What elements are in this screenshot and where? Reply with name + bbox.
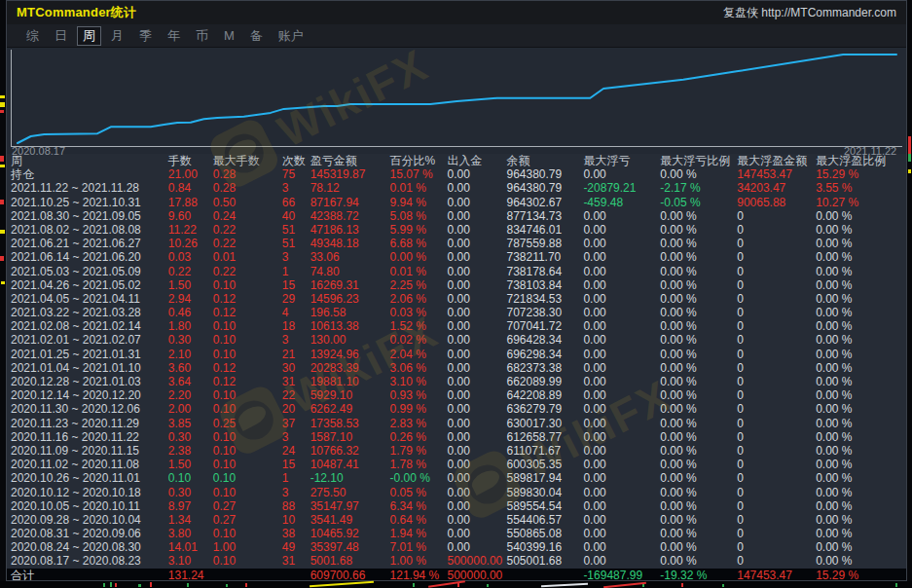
menu-item-备[interactable]: 备 — [244, 26, 269, 46]
table-row[interactable]: 2021.01.04 ~ 2021.01.103.600.123020283.3… — [7, 361, 906, 375]
menu-item-日[interactable]: 日 — [49, 26, 73, 46]
table-row[interactable]: 2020.10.26 ~ 2020.11.010.100.101-12.10-0… — [7, 471, 906, 485]
table-row[interactable]: 2021.01.25 ~ 2021.01.312.100.102113924.9… — [7, 348, 906, 361]
table-cell: 0.00 — [448, 417, 507, 430]
table-row[interactable]: 持仓21.000.2875145319.8715.07 %0.00964380.… — [7, 167, 906, 181]
table-row[interactable]: 2021.08.30 ~ 2021.09.059.600.244042388.7… — [7, 209, 906, 223]
table-cell: 0.00 % — [660, 430, 737, 444]
table-cell: 0.00 — [583, 292, 660, 306]
table-row[interactable]: 2021.03.22 ~ 2021.03.280.460.124196.580.… — [7, 306, 906, 319]
table-cell: 0.00 — [448, 471, 507, 485]
table-cell: 0.00 % — [660, 458, 737, 471]
table-row[interactable]: 2020.12.28 ~ 2021.01.033.640.123119881.1… — [7, 375, 906, 388]
table-cell: 505001.68 — [506, 554, 583, 568]
table-cell: -12.10 — [310, 471, 390, 485]
table-cell: 0.00 — [583, 319, 660, 333]
table-cell: 2020.08.24 ~ 2020.08.30 — [11, 540, 168, 554]
table-row[interactable]: 2020.11.30 ~ 2020.12.062.000.10206262.49… — [7, 402, 906, 416]
table-cell: 0.03 — [168, 250, 213, 264]
table-cell: 30 — [282, 361, 310, 375]
table-cell: 0.00 % — [660, 486, 737, 499]
menu-item-周[interactable]: 周 — [77, 26, 101, 46]
table-cell: 0.00 — [583, 430, 660, 444]
menu-item-币[interactable]: 币 — [190, 26, 214, 46]
table-row[interactable]: 2021.06.21 ~ 2021.06.2710.260.225149348.… — [7, 237, 906, 250]
table-cell: 2.04 % — [390, 348, 448, 361]
menu-item-综[interactable]: 综 — [20, 26, 45, 46]
table-cell: 0.00 — [448, 333, 507, 347]
table-cell: 0.00 — [583, 417, 660, 430]
table-cell: 66 — [282, 196, 310, 209]
table-cell: 0.00 % — [816, 250, 906, 264]
table-row[interactable]: 2020.10.12 ~ 2020.10.180.300.103275.500.… — [7, 486, 906, 499]
table-cell: 0.00 % — [816, 292, 906, 306]
column-header: 最大浮亏 — [583, 154, 660, 167]
table-row[interactable]: 2021.11.22 ~ 2021.11.280.840.28378.120.0… — [7, 181, 906, 195]
table-cell: 0 — [737, 250, 816, 264]
table-cell: 0.28 — [213, 167, 282, 181]
table-cell: 0.05 % — [390, 486, 448, 499]
table-cell: 540399.16 — [506, 540, 583, 554]
table-row[interactable]: 2020.11.23 ~ 2020.11.293.850.253717358.5… — [7, 417, 906, 430]
table-cell: 131.24 — [168, 569, 213, 581]
table-row[interactable]: 2021.04.26 ~ 2021.05.021.500.101516269.3… — [7, 278, 906, 292]
table-cell: 0.00 — [583, 375, 660, 388]
table-cell: 3.80 — [168, 527, 213, 540]
table-row[interactable]: 2020.08.24 ~ 2020.08.3014.011.004935397.… — [7, 540, 906, 554]
menu-item-月[interactable]: 月 — [105, 26, 129, 46]
table-cell: 0.00 — [583, 486, 660, 499]
table-cell: 0.00 — [583, 513, 660, 527]
table-cell: 0 — [737, 527, 816, 540]
candle-mark — [187, 583, 189, 587]
table-cell: 0 — [737, 319, 816, 333]
table-cell: 6262.49 — [310, 402, 390, 416]
candle-mark — [908, 169, 911, 173]
table-row[interactable]: 2021.02.08 ~ 2021.02.141.800.101810613.3… — [7, 319, 906, 333]
table-cell: 4 — [282, 306, 310, 319]
table-row[interactable]: 2020.08.31 ~ 2020.09.063.800.103810465.9… — [7, 527, 906, 540]
table-row[interactable]: 2021.08.02 ~ 2021.08.0811.220.225147186.… — [7, 223, 906, 237]
table-cell: 74.80 — [310, 265, 390, 278]
table-row[interactable]: 2020.10.05 ~ 2020.10.118.970.278835147.9… — [7, 499, 906, 513]
menu-item-账户[interactable]: 账户 — [273, 26, 310, 46]
table-cell: 34203.47 — [737, 181, 816, 195]
table-row[interactable]: 2020.11.16 ~ 2020.11.220.300.1031587.100… — [7, 430, 906, 444]
table-row[interactable]: 2020.09.28 ~ 2020.10.041.340.27103541.49… — [7, 513, 906, 527]
table-row[interactable]: 2021.02.01 ~ 2021.02.070.300.103130.000.… — [7, 333, 906, 347]
candle-mark — [895, 583, 897, 587]
table-cell: 11.22 — [168, 223, 213, 237]
table-cell: 51 — [282, 237, 310, 250]
table-cell — [506, 569, 583, 581]
table-cell: 0.27 — [213, 513, 282, 527]
table-row[interactable]: 2020.11.02 ~ 2020.11.081.500.101510487.4… — [7, 458, 906, 471]
table-cell: 630017.30 — [506, 417, 583, 430]
table-cell: 0 — [737, 375, 816, 388]
table-row[interactable]: 2020.11.09 ~ 2020.11.152.380.102410766.3… — [7, 444, 906, 458]
table-cell: 0.00 % — [660, 444, 737, 458]
menu-item-M[interactable]: M — [218, 27, 240, 44]
table-row[interactable]: 2020.12.14 ~ 2020.12.202.200.10225929.10… — [7, 388, 906, 402]
menu-item-季[interactable]: 季 — [133, 26, 158, 46]
table-cell: 0.00 % — [660, 319, 737, 333]
table-row[interactable]: 2020.08.17 ~ 2020.08.233.100.10315001.68… — [7, 554, 906, 568]
table-row[interactable]: 2021.05.03 ~ 2021.05.090.220.22174.800.0… — [7, 265, 906, 278]
table-cell: 1.50 — [168, 458, 213, 471]
table-cell: 2.00 — [168, 402, 213, 416]
menu-item-年[interactable]: 年 — [162, 26, 186, 46]
table-cell: 721834.53 — [506, 292, 583, 306]
table-cell: 1.34 — [168, 513, 213, 527]
table-cell: 0.30 — [168, 486, 213, 499]
table-cell: 0.24 — [213, 209, 282, 223]
table-row[interactable]: 2021.06.14 ~ 2021.06.200.030.01333.060.0… — [7, 250, 906, 264]
table-cell: 1.78 % — [390, 458, 448, 471]
table-cell: 10766.32 — [310, 444, 390, 458]
table-row[interactable]: 2021.04.05 ~ 2021.04.112.940.122914596.2… — [7, 292, 906, 306]
table-cell: 2020.11.30 ~ 2020.12.06 — [11, 402, 168, 416]
table-cell: 1587.10 — [310, 430, 390, 444]
table-cell: -0.05 % — [660, 196, 737, 209]
table-row[interactable]: 2021.10.25 ~ 2021.10.3117.880.506687167.… — [7, 196, 906, 209]
table-cell: 0.00 % — [660, 292, 737, 306]
candle-mark — [103, 583, 105, 587]
table-cell: 0.00 % — [816, 388, 906, 402]
table-cell: 0.00 — [448, 361, 507, 375]
